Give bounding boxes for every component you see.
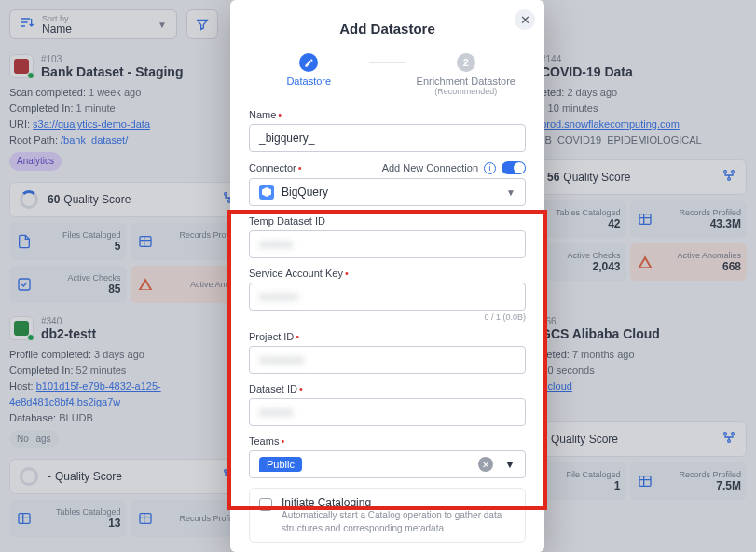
service-account-key-counter: 0 / 1 (0.0B) <box>249 312 526 322</box>
name-label: Name• <box>249 109 282 120</box>
step-1-bubble <box>299 53 318 72</box>
info-icon: i <box>484 162 496 174</box>
stepper: Datastore 2 Enrichment Datastore (Recomm… <box>249 53 526 96</box>
temp-dataset-input[interactable]: xxxxxx <box>249 230 526 258</box>
add-datastore-modal: ✕ Add Datastore Datastore 2 Enrichment D… <box>230 0 544 552</box>
step-2-label: Enrichment Datastore <box>417 76 515 87</box>
project-id-input[interactable]: xxxxxxxx <box>249 346 526 374</box>
dataset-id-label: Dataset ID• <box>249 383 303 394</box>
step-2-bubble: 2 <box>457 53 475 72</box>
initiate-cataloging-checkbox[interactable] <box>259 498 272 511</box>
teams-input[interactable]: Public ✕ ▼ <box>249 450 526 478</box>
add-new-connection[interactable]: Add New Connection i <box>382 161 526 174</box>
teams-label: Teams• <box>249 435 284 447</box>
bigquery-icon <box>259 185 274 200</box>
chevron-down-icon: ▼ <box>506 187 515 198</box>
close-button[interactable]: ✕ <box>515 9 535 30</box>
modal-title: Add Datastore <box>249 21 526 36</box>
team-chip-public[interactable]: Public <box>259 457 302 472</box>
connector-label: Connector• <box>249 162 302 173</box>
add-connection-toggle[interactable] <box>502 161 526 174</box>
project-id-label: Project ID• <box>249 331 299 342</box>
initiate-cataloging-title: Initiate Cataloging <box>282 496 515 509</box>
initiate-cataloging-option[interactable]: Initiate Cataloging Automatically start … <box>249 488 526 543</box>
connector-select[interactable]: BigQuery ▼ <box>249 178 526 206</box>
name-input[interactable]: _bigquery_ <box>249 124 526 152</box>
temp-dataset-label: Temp Dataset ID <box>249 215 325 227</box>
service-account-key-input[interactable]: xxxxxxx <box>249 283 526 310</box>
dataset-id-input[interactable]: xxxxxx <box>249 398 526 426</box>
chevron-down-icon: ▼ <box>504 458 515 471</box>
service-account-key-label: Service Account Key• <box>249 268 349 279</box>
step-1-label: Datastore <box>286 76 331 87</box>
initiate-cataloging-sub: Automatically start a Catalog operation … <box>282 509 515 534</box>
clear-teams-button[interactable]: ✕ <box>478 457 493 472</box>
step-2-sublabel: (Recommended) <box>434 87 497 96</box>
